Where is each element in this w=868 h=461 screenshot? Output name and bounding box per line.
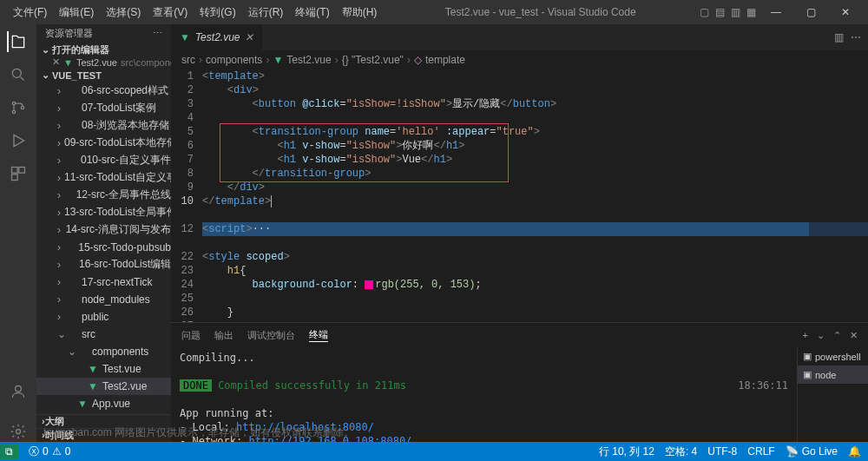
menu-help[interactable]: 帮助(H) — [336, 5, 384, 20]
tab-more-icon[interactable]: ⋯ — [851, 31, 861, 43]
folder-item[interactable]: ⌄components — [36, 343, 171, 360]
svg-rect-8 — [12, 175, 18, 181]
file-tree: ›06-src-scoped样式›07-TodoList案例›08-浏览器本地存… — [36, 82, 171, 414]
tab-test2[interactable]: ▼ Test2.vue ✕ — [171, 24, 262, 50]
menu-go[interactable]: 转到(G) — [194, 5, 241, 20]
folder-item[interactable]: ›12-src-全局事件总线 — [36, 187, 171, 204]
menu-terminal[interactable]: 终端(T) — [289, 5, 335, 20]
terminal-icon: ▣ — [803, 369, 812, 380]
tab-close-icon[interactable]: ✕ — [245, 31, 253, 43]
close-file-icon[interactable]: ✕ — [52, 56, 60, 68]
svg-rect-6 — [12, 168, 18, 174]
terminal-powershell[interactable]: ▣powershell — [798, 347, 868, 366]
file-item[interactable]: ▼Test2.vue — [36, 378, 171, 395]
menubar: 文件(F) 编辑(E) 选择(S) 查看(V) 转到(G) 运行(R) 终端(T… — [0, 0, 868, 24]
eol-indicator[interactable]: CRLF — [747, 445, 774, 459]
statusbar: ⧉ ⓧ 0 ⚠ 0 行 10, 列 12 空格: 4 UTF-8 CRLF 📡 … — [0, 442, 868, 461]
settings-icon[interactable] — [8, 421, 29, 442]
folder-item[interactable]: ›16-src-TodoList编辑 — [36, 256, 171, 273]
folder-item[interactable]: ›11-src-TodoList自定义事件 — [36, 169, 171, 187]
close-panel-icon[interactable]: ✕ — [850, 330, 858, 341]
activitybar — [0, 24, 36, 442]
maximize-icon[interactable]: ▢ — [795, 6, 826, 18]
folder-item[interactable]: ›14-src-消息订阅与发布 — [36, 221, 171, 239]
search-icon[interactable] — [8, 64, 29, 85]
timeline-section[interactable]: ›时间线 — [36, 428, 171, 442]
file-item[interactable]: ▼App.vue — [36, 395, 171, 412]
cursor-position[interactable]: 行 10, 列 12 — [599, 445, 654, 459]
folder-item[interactable]: ›07-TodoList案例 — [36, 100, 171, 117]
notifications-icon[interactable]: 🔔 — [848, 445, 861, 459]
vue-icon: ▼ — [180, 31, 190, 43]
open-editors-section[interactable]: ⌄打开的编辑器 — [36, 43, 171, 56]
close-icon[interactable]: ✕ — [830, 6, 861, 18]
panel-problems[interactable]: 问题 — [181, 329, 201, 342]
folder-item[interactable]: ›09-src-TodoList本地存储 — [36, 135, 171, 152]
menu-file[interactable]: 文件(F) — [7, 5, 53, 20]
folder-item[interactable]: ›13-src-TodoList全局事件总线 — [36, 204, 171, 221]
terminal-node[interactable]: ▣node — [798, 366, 868, 384]
file-item[interactable]: ▼Test.vue — [36, 360, 171, 378]
sidebar-title: 资源管理器 — [45, 27, 93, 40]
editor-area: ▼ Test2.vue ✕ ▥ ⋯ src› components› ▼ Tes… — [171, 24, 868, 442]
sidebar: 资源管理器 ⋯ ⌄打开的编辑器 ✕ ▼ Test2.vue src\compon… — [36, 24, 171, 442]
layout-right-icon[interactable]: ▥ — [729, 6, 741, 18]
editor-tabs: ▼ Test2.vue ✕ ▥ ⋯ — [171, 24, 868, 50]
extensions-icon[interactable] — [8, 163, 29, 184]
folder-item[interactable]: ›010-src-自定义事件 — [36, 152, 171, 169]
svg-rect-7 — [19, 168, 25, 174]
breadcrumb[interactable]: src› components› ▼ Test2.vue› {} "Test2.… — [171, 50, 868, 69]
explorer-icon[interactable] — [7, 31, 28, 52]
svg-point-10 — [16, 430, 21, 434]
panel-terminal[interactable]: 终端 — [309, 328, 328, 342]
golive-indicator[interactable]: 📡 Go Live — [786, 445, 838, 459]
layout-custom-icon[interactable]: ▦ — [745, 6, 757, 18]
folder-item[interactable]: ›17-src-nextTick — [36, 273, 171, 291]
window-title: Test2.vue - vue_test - Visual Studio Cod… — [383, 6, 698, 18]
open-editor-item[interactable]: ✕ ▼ Test2.vue src\components — [36, 56, 171, 69]
problems-status[interactable]: ⓧ 0 ⚠ 0 — [29, 445, 70, 459]
folder-item[interactable]: ⌄src — [36, 326, 171, 343]
remote-indicator[interactable]: ⧉ — [0, 444, 18, 459]
svg-point-4 — [21, 106, 23, 109]
svg-point-9 — [16, 385, 22, 392]
vue-icon: ▼ — [63, 57, 73, 68]
outline-section[interactable]: ›大纲 — [36, 414, 171, 428]
terminal-icon: ▣ — [803, 351, 812, 362]
folder-item[interactable]: ›06-src-scoped样式 — [36, 82, 171, 100]
layout-sidebar-icon[interactable]: ▤ — [713, 6, 726, 18]
svg-point-0 — [12, 69, 21, 77]
run-debug-icon[interactable] — [8, 130, 29, 151]
layout-panel-icon[interactable]: ▢ — [698, 6, 710, 18]
account-icon[interactable] — [8, 381, 29, 402]
folder-item[interactable]: ›public — [36, 308, 171, 326]
folder-item[interactable]: ›node_modules — [36, 291, 171, 308]
svg-line-1 — [21, 77, 24, 81]
encoding-indicator[interactable]: UTF-8 — [707, 445, 737, 459]
terminal-list: ▣powershell ▣node — [797, 347, 868, 442]
panel-output[interactable]: 输出 — [214, 329, 233, 342]
menu-view[interactable]: 查看(V) — [147, 5, 194, 20]
menu-run[interactable]: 运行(R) — [242, 5, 290, 20]
spaces-indicator[interactable]: 空格: 4 — [665, 445, 697, 459]
new-terminal-icon[interactable]: + — [803, 330, 808, 341]
minimize-icon[interactable]: — — [760, 6, 792, 18]
terminal-output[interactable]: Compiling... DONE Compiled successfully … — [171, 347, 797, 442]
sidebar-more-icon[interactable]: ⋯ — [153, 28, 162, 39]
source-control-icon[interactable] — [8, 97, 29, 118]
maximize-panel-icon[interactable]: ⌃ — [833, 330, 841, 341]
svg-marker-5 — [14, 135, 24, 146]
menu-select[interactable]: 选择(S) — [100, 5, 147, 20]
split-terminal-icon[interactable]: ⌄ — [817, 330, 825, 341]
split-editor-icon[interactable]: ▥ — [834, 31, 844, 43]
folder-item[interactable]: ›15-src-Todo-pubsub — [36, 239, 171, 256]
panel: 问题 输出 调试控制台 终端 + ⌄ ⌃ ✕ Compiling... DONE… — [171, 322, 868, 442]
project-section[interactable]: ⌄VUE_TEST — [36, 69, 171, 82]
minimap[interactable] — [809, 69, 868, 322]
svg-point-3 — [12, 110, 15, 113]
folder-item[interactable]: ›08-浏览器本地存储 — [36, 117, 171, 135]
panel-debug[interactable]: 调试控制台 — [247, 329, 295, 342]
svg-point-2 — [12, 102, 15, 104]
editor[interactable]: 123456789101222232425262728293031323334 … — [171, 69, 868, 322]
menu-edit[interactable]: 编辑(E) — [53, 5, 100, 20]
